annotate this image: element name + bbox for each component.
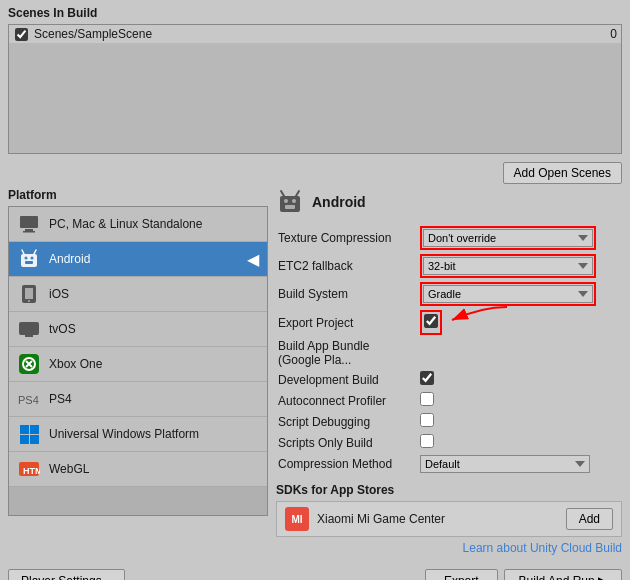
add-open-scenes-button[interactable]: Add Open Scenes bbox=[503, 162, 622, 184]
build-and-run-button[interactable]: Build And Run ▶ bbox=[504, 569, 622, 580]
platform-label-ps4: PS4 bbox=[49, 392, 259, 406]
platform-label-ios: iOS bbox=[49, 287, 259, 301]
etc2-fallback-control: 32-bit bbox=[416, 252, 622, 280]
scripts-only-build-checkbox[interactable] bbox=[420, 434, 434, 448]
cloud-build-link[interactable]: Learn about Unity Cloud Build bbox=[463, 541, 622, 555]
sdk-name: Xiaomi Mi Game Center bbox=[317, 512, 558, 526]
compression-method-label: Compression Method bbox=[276, 453, 416, 475]
texture-compression-label: Texture Compression bbox=[276, 224, 416, 252]
cloud-build-link-row: Learn about Unity Cloud Build bbox=[276, 537, 622, 559]
platform-item-ps4[interactable]: PS4 PS4 bbox=[9, 382, 267, 417]
build-system-select[interactable]: Gradle bbox=[423, 285, 593, 303]
ios-icon bbox=[17, 282, 41, 306]
build-system-label: Build System bbox=[276, 280, 416, 308]
export-project-label: Export Project bbox=[276, 308, 416, 337]
platform-title: Platform bbox=[8, 188, 268, 202]
development-build-checkbox[interactable] bbox=[420, 371, 434, 385]
webgl-icon: HTML bbox=[17, 457, 41, 481]
texture-compression-row: Texture Compression Don't override bbox=[276, 224, 622, 252]
scene-row: Scenes/SampleScene 0 bbox=[9, 25, 621, 43]
svg-rect-0 bbox=[20, 216, 38, 228]
build-app-bundle-label: Build App Bundle (Google Pla... bbox=[276, 337, 416, 369]
svg-rect-6 bbox=[25, 261, 33, 264]
android-platform-icon bbox=[17, 247, 41, 271]
pc-icon bbox=[17, 212, 41, 236]
android-header-icon bbox=[276, 188, 304, 216]
build-system-control: Gradle bbox=[416, 280, 622, 308]
platform-label-pc: PC, Mac & Linux Standalone bbox=[49, 217, 259, 231]
main-layout: Platform PC, Mac & Linux Standalone bbox=[0, 188, 630, 559]
svg-text:PS4: PS4 bbox=[18, 394, 39, 406]
platform-item-pc[interactable]: PC, Mac & Linux Standalone bbox=[9, 207, 267, 242]
export-arrow-svg bbox=[442, 302, 512, 337]
export-button[interactable]: Export bbox=[425, 569, 498, 580]
etc2-fallback-row: ETC2 fallback 32-bit bbox=[276, 252, 622, 280]
svg-rect-17 bbox=[20, 425, 29, 434]
svg-point-5 bbox=[31, 257, 34, 260]
svg-rect-20 bbox=[30, 435, 39, 444]
build-app-bundle-row: Build App Bundle (Google Pla... bbox=[276, 337, 622, 369]
autoconnect-profiler-checkbox[interactable] bbox=[420, 392, 434, 406]
export-project-row: Export Project bbox=[276, 308, 622, 337]
build-system-row: Build System Gradle bbox=[276, 280, 622, 308]
svg-point-24 bbox=[284, 199, 288, 203]
platform-label-webgl: WebGL bbox=[49, 462, 259, 476]
compression-method-row: Compression Method Default bbox=[276, 453, 622, 475]
platform-item-ios[interactable]: iOS bbox=[9, 277, 267, 312]
texture-compression-control: Don't override bbox=[416, 224, 622, 252]
svg-line-28 bbox=[296, 191, 299, 196]
texture-compression-select[interactable]: Don't override bbox=[423, 229, 593, 247]
svg-text:HTML: HTML bbox=[23, 466, 40, 476]
android-header: Android bbox=[276, 188, 622, 216]
build-system-highlight: Gradle bbox=[420, 282, 596, 306]
scene-checkbox[interactable] bbox=[15, 28, 28, 41]
autoconnect-profiler-control bbox=[416, 390, 622, 411]
autoconnect-profiler-label: Autoconnect Profiler bbox=[276, 390, 416, 411]
platform-item-uwp[interactable]: Universal Windows Platform bbox=[9, 417, 267, 452]
scripts-only-build-label: Scripts Only Build bbox=[276, 432, 416, 453]
scripts-only-build-row: Scripts Only Build bbox=[276, 432, 622, 453]
svg-point-11 bbox=[28, 300, 30, 302]
platform-item-xboxone[interactable]: Xbox One bbox=[9, 347, 267, 382]
scene-index: 0 bbox=[610, 27, 617, 41]
scene-name: Scenes/SampleScene bbox=[34, 27, 152, 41]
add-open-scenes-row: Add Open Scenes bbox=[0, 158, 630, 188]
etc2-fallback-select[interactable]: 32-bit bbox=[423, 257, 593, 275]
platform-label-uwp: Universal Windows Platform bbox=[49, 427, 259, 441]
svg-rect-18 bbox=[30, 425, 39, 434]
player-settings-button[interactable]: Player Settings... bbox=[8, 569, 125, 580]
svg-line-7 bbox=[22, 250, 24, 254]
platform-list[interactable]: PC, Mac & Linux Standalone Android ◀ bbox=[8, 206, 268, 516]
svg-point-25 bbox=[292, 199, 296, 203]
sdk-add-button[interactable]: Add bbox=[566, 508, 613, 530]
svg-rect-13 bbox=[25, 335, 33, 337]
ps4-icon: PS4 bbox=[17, 387, 41, 411]
scripts-only-build-control bbox=[416, 432, 622, 453]
script-debugging-row: Script Debugging bbox=[276, 411, 622, 432]
settings-table: Texture Compression Don't override ETC2 … bbox=[276, 224, 622, 475]
platform-item-tvos[interactable]: tvOS bbox=[9, 312, 267, 347]
platform-panel: Platform PC, Mac & Linux Standalone bbox=[8, 188, 268, 559]
script-debugging-label: Script Debugging bbox=[276, 411, 416, 432]
svg-rect-12 bbox=[19, 322, 39, 335]
tvos-icon bbox=[17, 317, 41, 341]
sdk-row: MI Xiaomi Mi Game Center Add bbox=[276, 501, 622, 537]
svg-rect-26 bbox=[285, 205, 295, 209]
bottom-bar: Player Settings... Export Build And Run … bbox=[0, 563, 630, 580]
platform-label-android: Android bbox=[49, 252, 239, 266]
xbox-icon bbox=[17, 352, 41, 376]
platform-item-webgl[interactable]: HTML WebGL bbox=[9, 452, 267, 487]
compression-method-select[interactable]: Default bbox=[420, 455, 590, 473]
platform-item-android[interactable]: Android ◀ bbox=[9, 242, 267, 277]
script-debugging-control bbox=[416, 411, 622, 432]
svg-rect-3 bbox=[21, 254, 37, 267]
svg-point-4 bbox=[25, 257, 28, 260]
platform-label-xbox: Xbox One bbox=[49, 357, 259, 371]
export-project-checkbox[interactable] bbox=[424, 314, 438, 328]
svg-line-27 bbox=[281, 191, 284, 196]
compression-method-control: Default bbox=[416, 453, 622, 475]
script-debugging-checkbox[interactable] bbox=[420, 413, 434, 427]
svg-rect-1 bbox=[25, 229, 33, 231]
export-project-control bbox=[416, 308, 622, 337]
sdks-title: SDKs for App Stores bbox=[276, 483, 622, 497]
